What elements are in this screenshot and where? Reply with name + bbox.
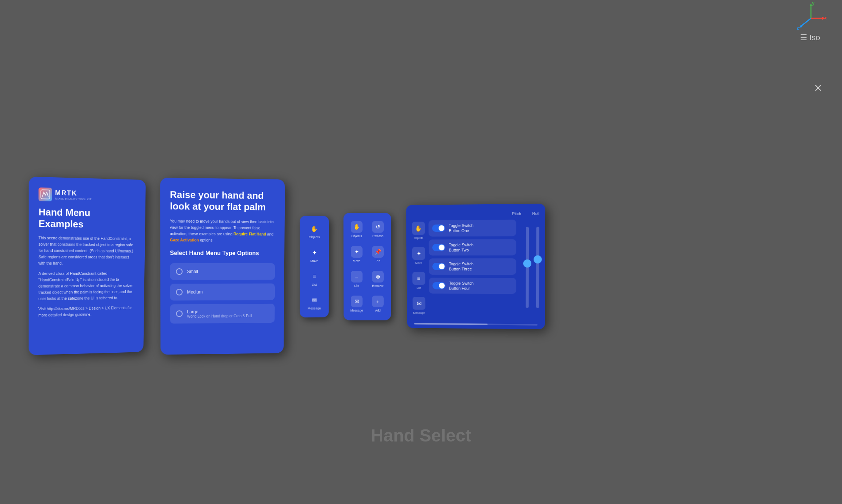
sliders-container [520, 219, 539, 315]
toggle-3-label: Toggle SwitchButton Three [449, 261, 474, 272]
highlight-gaze-activation: Gaze Activation [170, 237, 199, 242]
toggle-3[interactable] [432, 263, 445, 270]
med-remove-icon: ⊗ [372, 270, 384, 282]
svg-line-6 [800, 18, 811, 27]
med-message-icon: ✉ [351, 295, 363, 307]
toggle-row-4: Toggle SwitchButton Four [429, 277, 516, 294]
medium-remove[interactable]: ⊗ Remove [368, 268, 387, 290]
mrtk-text: MRTK [55, 189, 92, 197]
large-move-item[interactable]: ✦ Move [412, 247, 425, 265]
large-message-label: Message [413, 311, 425, 314]
list-label: List [312, 283, 317, 286]
large-message-icon: ✉ [413, 296, 425, 310]
med-pin-icon: 📌 [372, 246, 384, 257]
med-refresh-label: Refresh [372, 234, 383, 238]
option-medium-label: Medium [187, 289, 203, 294]
large-move-label: Move [415, 261, 422, 265]
medium-move[interactable]: ✦ Move [347, 243, 366, 265]
med-refresh-icon: ↺ [372, 221, 384, 232]
roll-label: Roll [532, 211, 539, 215]
selection-card: Raise your hand and look at your flat pa… [160, 178, 285, 355]
med-move-label: Move [353, 259, 361, 262]
message-icon: ✉ [309, 294, 320, 305]
info-card-para-3: Visit http://aka.ms/MRDocs > Design > UX… [38, 305, 135, 318]
option-large-label: Large World Lock on Hand drop or Grab & … [187, 308, 252, 318]
roll-slider[interactable] [536, 227, 539, 308]
mrtk-logo: MRTK MIXED REALITY TOOL KIT [38, 187, 136, 203]
selection-section-title: Select Hand Menu Type Options [170, 250, 275, 257]
toggle-2[interactable] [432, 244, 445, 251]
med-add-label: Add [375, 308, 380, 312]
large-menu-header: Pitch Roll [412, 211, 539, 216]
med-objects-label: Objects [351, 234, 362, 238]
medium-refresh[interactable]: ↺ Refresh [368, 218, 387, 240]
objects-icon: ✋ [309, 223, 320, 234]
medium-menu: ✋ Objects ↺ Refresh ✦ Move 📌 Pin ≡ List … [344, 213, 391, 320]
large-move-icon: ✦ [412, 247, 425, 260]
medium-objects[interactable]: ✋ Objects [347, 218, 366, 240]
scrollbar-thumb [414, 323, 488, 325]
list-icon: ≡ [309, 270, 320, 281]
med-objects-icon: ✋ [351, 221, 363, 232]
small-menu-item-objects[interactable]: ✋ Objects [303, 220, 326, 242]
radio-small [176, 268, 182, 274]
radio-large [176, 310, 183, 317]
medium-message[interactable]: ✉ Message [347, 292, 366, 315]
info-card-para-1: This scene demonstrates use of the HandC… [38, 235, 136, 266]
large-message-item[interactable]: ✉ Message [413, 296, 425, 314]
med-move-icon: ✦ [351, 246, 363, 257]
option-large[interactable]: Large World Lock on Hand drop or Grab & … [170, 303, 274, 323]
small-menu-item-message[interactable]: ✉ Message [303, 291, 326, 313]
large-objects-icon: ✋ [412, 221, 425, 235]
small-menu-item-move[interactable]: ✦ Move [303, 244, 326, 265]
info-card-para-2: A derived class of HandConstraint called… [38, 270, 135, 302]
large-menu-content: ✋ Objects ✦ Move ≡ List ✉ Message [412, 219, 539, 315]
pitch-slider[interactable] [526, 227, 529, 308]
scrollbar-track[interactable] [414, 323, 538, 325]
objects-label: Objects [309, 235, 320, 239]
pitch-slider-thumb[interactable] [523, 259, 531, 267]
option-small[interactable]: Small [170, 263, 275, 280]
toggle-4[interactable] [432, 282, 445, 289]
message-label: Message [308, 306, 321, 310]
option-medium[interactable]: Medium [170, 283, 275, 300]
iso-text: Iso [809, 33, 820, 42]
med-remove-label: Remove [372, 284, 384, 287]
roll-slider-thumb[interactable] [534, 255, 542, 263]
mrtk-logo-text-block: MRTK MIXED REALITY TOOL KIT [55, 189, 92, 201]
toggle-1[interactable] [432, 224, 445, 232]
toggle-4-label: Toggle SwitchButton Four [449, 280, 474, 291]
small-menu: ✋ Objects ✦ Move ≡ List ✉ Message [300, 216, 329, 317]
med-pin-label: Pin [376, 259, 380, 262]
toggle-row-2: Toggle SwitchButton Two [429, 239, 516, 255]
toggle-row-3: Toggle SwitchButton Three [429, 258, 516, 275]
large-list-label: List [417, 286, 421, 289]
large-menu: Pitch Roll ✋ Objects ✦ Move ≡ List ✉ [406, 204, 545, 329]
medium-list[interactable]: ≡ List [347, 268, 366, 290]
info-card-title: Hand Menu Examples [38, 206, 136, 231]
small-menu-item-list[interactable]: ≡ List [303, 268, 326, 289]
selection-card-desc: You may need to move your hands out of v… [170, 218, 275, 243]
hamburger-icon: ☰ [800, 33, 807, 42]
move-label: Move [310, 259, 318, 262]
medium-add[interactable]: + Add [368, 292, 387, 315]
med-add-icon: + [372, 295, 384, 307]
large-objects-label: Objects [414, 236, 424, 239]
3d-gizmo: y x z [794, 2, 827, 36]
large-list-item[interactable]: ≡ List [412, 272, 425, 289]
svg-rect-9 [41, 190, 50, 199]
close-button[interactable]: × [814, 80, 822, 96]
option-small-label: Small [187, 269, 198, 274]
selection-card-title: Raise your hand and look at your flat pa… [170, 189, 276, 213]
radio-medium [176, 288, 182, 295]
large-icon-column: ✋ Objects ✦ Move ≡ List ✉ Message [412, 220, 425, 314]
large-objects-item[interactable]: ✋ Objects [412, 221, 425, 239]
move-icon: ✦ [309, 247, 320, 258]
med-list-label: List [354, 284, 359, 287]
medium-pin[interactable]: 📌 Pin [368, 243, 387, 265]
toggle-row-1: Toggle SwitchButton One [428, 219, 516, 236]
svg-text:z: z [797, 26, 799, 31]
mrtk-sub: MIXED REALITY TOOL KIT [55, 197, 92, 201]
svg-text:y: y [812, 2, 815, 6]
pitch-label: Pitch [512, 211, 521, 216]
